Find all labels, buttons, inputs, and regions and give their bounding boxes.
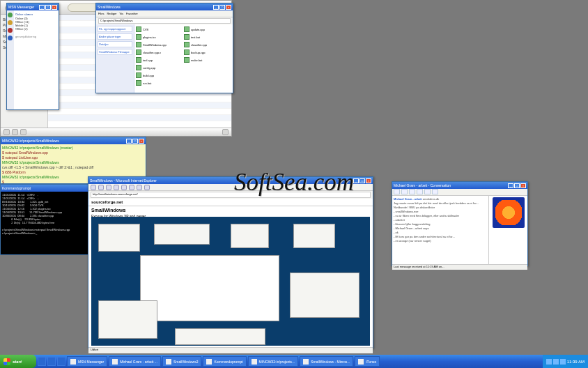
search-icon[interactable] [129, 185, 134, 190]
home-icon[interactable] [121, 185, 127, 190]
refresh-icon[interactable] [114, 185, 119, 190]
file-item[interactable]: SmallWindows.cpp [136, 41, 182, 48]
close-icon[interactable]: × [139, 139, 144, 144]
side-panel[interactable]: Fil- og mappeopgaver [98, 26, 132, 32]
table-row[interactable] [48, 96, 231, 102]
file-item[interactable]: classifier.cpp [184, 41, 230, 48]
msn-contact-list[interactable]: Online skærer Online (3) Offline (11) Mo… [14, 10, 59, 109]
file-item[interactable]: backup.cpp [184, 49, 230, 56]
tray-icon[interactable] [560, 359, 566, 365]
message-body[interactable]: Michael Gram - arbeit orndrdens.dkJag må… [392, 196, 489, 264]
taskbar-item[interactable]: MSN Messenger [67, 356, 107, 367]
taskbar-item[interactable]: Michael Gram - arbeit ... [109, 356, 161, 367]
file-item[interactable]: run.bat [136, 79, 182, 86]
close-icon[interactable]: × [366, 178, 371, 183]
address-bar[interactable]: http://smallwindows.sourceforge.net/ [91, 192, 371, 198]
browser-toolbar[interactable] [88, 184, 373, 191]
file-icon [136, 42, 141, 47]
webcam-icon[interactable] [409, 189, 415, 194]
file-item[interactable]: plugins.tcc [136, 33, 182, 40]
favorites-icon[interactable] [137, 185, 142, 190]
file-item[interactable]: build.cpp [136, 72, 182, 79]
taskbar-item[interactable]: SmallWindows2 [162, 356, 202, 367]
forward-icon[interactable] [98, 185, 104, 190]
msn-titlebar[interactable]: MSN Messenger _ □ × [7, 3, 59, 10]
file-item[interactable]: update.cpp [184, 26, 230, 33]
audio-icon[interactable] [417, 189, 423, 194]
add-playlist-icon[interactable] [3, 129, 10, 135]
file-icon [136, 72, 141, 78]
explorer-menu[interactable]: Files Rediger Vis Favoritter [96, 10, 233, 17]
maximize-icon[interactable]: □ [359, 178, 365, 183]
browser-titlebar[interactable]: SmallWindows - Microsoft Internet Explor… [88, 177, 373, 184]
msn-messenger-window[interactable]: MSN Messenger _ □ × Online skærer Online… [6, 3, 59, 110]
explorer-window[interactable]: SmallWindows _ □ × Files Rediger Vis Fav… [95, 3, 233, 93]
maximize-icon[interactable]: □ [132, 139, 138, 144]
taskbar-item[interactable]: iTunes [355, 356, 380, 367]
minimize-icon[interactable]: _ [508, 183, 513, 188]
menu-item[interactable]: Rediger [107, 12, 116, 15]
table-row[interactable] [48, 102, 231, 109]
system-tray[interactable]: 11:39 AM [543, 355, 588, 368]
eject-icon[interactable] [222, 129, 229, 135]
minimize-icon[interactable]: _ [353, 178, 359, 183]
explorer-titlebar[interactable]: SmallWindows _ □ × [96, 3, 233, 10]
minimize-icon[interactable]: _ [126, 139, 132, 144]
file-item[interactable]: CVS [136, 26, 182, 33]
tray-icon[interactable] [546, 359, 552, 365]
close-icon[interactable]: × [52, 5, 57, 10]
taskbar[interactable]: start MSN MessengerMichael Gram - arbeit… [0, 355, 588, 368]
quick-launch-icon[interactable] [38, 357, 46, 366]
minimize-icon[interactable]: _ [213, 5, 219, 10]
file-item[interactable]: test.bat [184, 33, 230, 40]
menu-item[interactable]: Vis [119, 12, 123, 15]
tray-icon[interactable] [553, 359, 559, 365]
games-icon[interactable] [432, 189, 438, 194]
maximize-icon[interactable]: □ [514, 183, 520, 188]
msn-group[interactable]: Offline (2) [15, 27, 57, 31]
quick-launch-icon[interactable] [47, 357, 56, 366]
mail-toolbar[interactable] [392, 189, 527, 196]
side-panel[interactable]: Andre placeringer [98, 33, 132, 40]
table-row[interactable] [48, 115, 231, 121]
taskbar-item[interactable]: Kommandoprompt [203, 356, 246, 367]
table-row[interactable] [48, 109, 231, 115]
address-bar[interactable]: C:\projects\SmallWindows [98, 18, 231, 24]
maximize-icon[interactable]: □ [219, 5, 225, 10]
close-icon[interactable]: × [226, 5, 231, 10]
quick-launch-icon[interactable] [57, 357, 65, 366]
file-list[interactable]: CVSplugins.tccSmallWindows.cppclassifier… [134, 24, 233, 93]
file-item[interactable]: make.bat [184, 56, 230, 63]
menu-item[interactable]: Favoritter [126, 12, 138, 15]
back-icon[interactable] [91, 185, 96, 190]
start-button[interactable]: start [0, 355, 36, 368]
minimize-icon[interactable]: _ [39, 5, 45, 10]
invite-icon[interactable] [394, 189, 400, 194]
ie-browser-window[interactable]: SmallWindows - Microsoft Internet Explor… [88, 176, 373, 348]
menu-item[interactable]: Files [98, 12, 104, 15]
mail-title: Michael Gram - arbeit - Conversation [394, 183, 451, 187]
mail-titlebar[interactable]: Michael Gram - arbeit - Conversation _□× [392, 182, 527, 189]
file-icon [184, 49, 189, 55]
terminal-title: MINGW32:/c/projects/SmallWindows [2, 139, 59, 143]
taskbar-item[interactable]: SmallWindows - Micros... [300, 356, 353, 367]
send-file-icon[interactable] [401, 189, 408, 194]
taskbar-item[interactable]: MINGW32:/c/projects... [248, 356, 299, 367]
side-panel[interactable]: Detaljer [98, 41, 132, 47]
file-item[interactable]: tool.cpp [136, 56, 182, 63]
shuffle-icon[interactable] [12, 129, 18, 135]
history-icon[interactable] [144, 185, 150, 190]
file-label: tool.cpp [143, 59, 153, 62]
browser-page[interactable]: sourceforge.net SmallWindows Expose for … [88, 199, 373, 347]
file-item[interactable]: classifier.cpp.v [136, 49, 182, 56]
terminal-titlebar[interactable]: MINGW32:/c/projects/SmallWindows _□× [1, 137, 146, 144]
activities-icon[interactable] [424, 189, 431, 194]
stop-icon[interactable] [106, 185, 111, 190]
repeat-icon[interactable] [20, 129, 26, 135]
conversation-window[interactable]: Michael Gram - arbeit - Conversation _□×… [392, 181, 528, 266]
file-item[interactable]: config.cpp [136, 64, 182, 71]
side-panel[interactable]: SmallWindows Filmappe [98, 49, 132, 55]
maximize-icon[interactable]: □ [45, 5, 51, 10]
file-label: CVS [143, 28, 148, 31]
close-icon[interactable]: × [520, 183, 526, 188]
